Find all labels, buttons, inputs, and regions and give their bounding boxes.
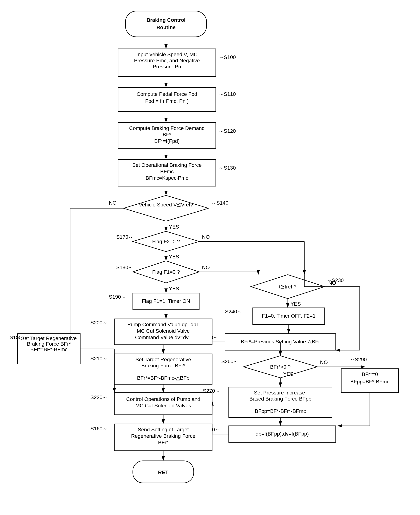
s290-label1: BFr*=0 <box>362 371 378 377</box>
s180-step: S180～ <box>116 265 133 270</box>
s130-step: ～S130 <box>218 165 236 171</box>
s230-no: NO <box>328 280 336 286</box>
start-label2: Routine <box>157 24 176 30</box>
s150-label3: BFr*=BF*-BFmc <box>30 346 67 352</box>
s180-no: NO <box>202 265 210 270</box>
s260-no: NO <box>320 360 328 365</box>
s140-node <box>124 195 209 221</box>
s210-label1: Set Target Regenerative <box>135 357 191 362</box>
s200-label2: MC Cut Solenoid Valve <box>137 328 190 334</box>
s210-step: S210～ <box>90 356 107 361</box>
s110-label2: Fpd = f ( Pmc, Pn ) <box>145 98 189 104</box>
s100-step: ～S100 <box>218 54 236 60</box>
s130-label3: BFmc=Kspec·Pmc <box>146 175 188 181</box>
s120-label3: BF*=f(Fpd) <box>154 138 180 144</box>
ret-label: RET <box>158 470 168 475</box>
s120-label1: Compute Braking Force Demand <box>129 125 205 131</box>
s100-label3: Pressure Pn <box>153 64 181 69</box>
s120-step: ～S120 <box>218 128 236 134</box>
s100-label2: Pressure Pmc, and Negative <box>134 58 200 63</box>
s150-step: S150～ <box>10 335 27 340</box>
s240-step: S240～ <box>225 309 242 315</box>
s270-label3: BFpp=BF*-BFr*-BFmc <box>255 408 306 414</box>
s290-label2: BFpp=BF*-BFmc <box>350 379 389 384</box>
s130-label1: Set Operational Braking Force <box>132 162 202 168</box>
start-node <box>125 11 207 37</box>
s160-label3: BFr* <box>158 440 168 445</box>
s270-label1: Set Pressure Increase- <box>254 390 307 396</box>
s170-no: NO <box>202 234 210 240</box>
start-label: Braking Control <box>146 17 186 23</box>
s270-label2: Based Braking Force BFpp <box>249 396 311 402</box>
s110-label1: Compute Pedal Force Fpd <box>137 91 197 97</box>
s280-label: dp=f(BFpp),dv=f(BFpp) <box>256 431 309 437</box>
s140-no: NO <box>109 200 117 206</box>
s190-label: Flag F1=1, Timer ON <box>142 298 190 304</box>
s170-yes: YES <box>169 254 179 259</box>
s160-step: S160～ <box>90 426 107 432</box>
s120-label2: BF* <box>163 132 171 138</box>
s290-step: ～S290 <box>350 357 367 362</box>
s130-label2: BFmc <box>160 169 173 174</box>
s150-label1: Set Target Regenerative <box>21 335 76 341</box>
s230-yes: YES <box>291 301 301 307</box>
s160-label2: Regenerative Braking Force <box>131 433 195 439</box>
s190-step: S190～ <box>109 294 126 300</box>
s260-step: S260～ <box>221 359 239 364</box>
s170-label: Flag F2=0 ? <box>152 239 180 244</box>
s180-label: Flag F1=0 ? <box>152 269 180 275</box>
s170-step: S170～ <box>116 234 133 240</box>
s240-label: F1=0, Timer OFF, F2=1 <box>262 313 315 319</box>
s200-step: S200～ <box>90 320 107 325</box>
s260-yes: YES <box>283 371 293 377</box>
s180-yes: YES <box>169 286 179 291</box>
s140-step: ～S140 <box>211 200 228 206</box>
s140-yes: YES <box>169 224 179 230</box>
s100-label1: Input Vehicle Speed V, MC <box>136 52 198 57</box>
s220-label1: Control Operations of Pump and <box>126 396 200 402</box>
s150-label2: Braking Force BFr* <box>27 341 71 347</box>
s210-label2: Braking Force BFr* <box>141 363 185 368</box>
s200-label3: Command Value dv=dv1 <box>135 335 191 340</box>
s110-step: ～S110 <box>218 91 236 97</box>
s220-step: S220～ <box>90 394 107 400</box>
s140-label: Vehicle Speed V≦Vref? <box>139 202 193 207</box>
s260-label: BFr*>0 ? <box>270 364 291 370</box>
flowchart: Braking Control Routine Input Vehicle Sp… <box>0 0 420 515</box>
s230-label: t≧tref ? <box>279 284 297 290</box>
s200-label1: Pump Command Value dp=dp1 <box>127 322 199 327</box>
s220-label2: MC Cut Solenoid Valves <box>135 403 191 408</box>
s210-label3: BFr*=BF*-BFmc-△BFp <box>137 375 189 381</box>
s160-label1: Send Setting of Target <box>138 427 189 432</box>
